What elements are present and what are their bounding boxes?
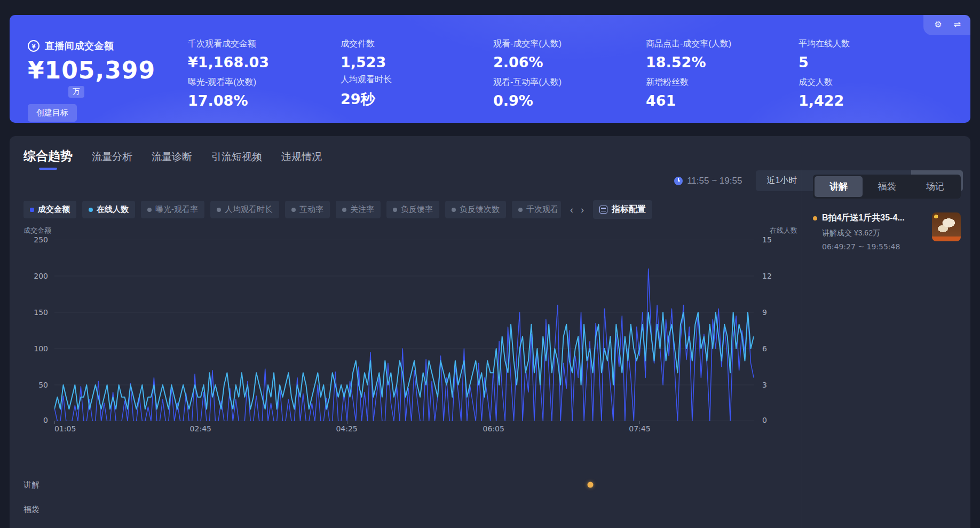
legend-marker <box>89 208 93 212</box>
product-thumbnail <box>932 212 961 241</box>
legend-marker <box>291 208 296 212</box>
stat-avg-online-users: 平均在线人数 5 <box>799 38 946 70</box>
range-1h-button[interactable]: 近1小时 <box>756 170 808 191</box>
stat-gmv-per-1k-views: 千次观看成交金额 ¥1,168.03 <box>188 38 335 70</box>
tab-violations[interactable]: 违规情况 <box>281 150 322 169</box>
stat-buyers: 成交人数 1,422 <box>799 77 946 109</box>
trend-chart-svg <box>54 240 754 421</box>
gear-icon[interactable]: ⚙ <box>934 20 942 29</box>
config-icon <box>599 206 607 214</box>
legend-marker <box>452 208 456 212</box>
item-time-range: 06:49:27 ~ 19:55:48 <box>822 242 927 251</box>
create-goal-button[interactable]: 创建目标 <box>28 104 77 122</box>
main-metric-value: ¥105,399 <box>28 57 188 84</box>
metric-legend: 成交金额 在线人数 曝光-观看率 人均观看时长 互动率 关注率 负反馈率 负反馈… <box>23 200 652 219</box>
x-axis-labels: 01:05 02:45 04:25 06:05 07:45 <box>54 421 754 434</box>
event-timeline: 讲解 福袋 <box>23 472 799 522</box>
legend-marker <box>30 208 34 212</box>
chip-negative-feedback-count[interactable]: 负反馈次数 <box>445 201 506 218</box>
hero-metrics-card: ¥ 直播间成交金额 ¥105,399 万 创建目标 千次观看成交金额 ¥1,16… <box>10 15 970 123</box>
hero-corner-actions: ⚙ ⇌ <box>923 15 970 35</box>
trend-chart: 成交金额 在线人数 250 200 150 100 50 0 <box>23 226 799 522</box>
metric-config-button[interactable]: 指标配置 <box>593 200 652 219</box>
explain-item[interactable]: B拍4斤送1斤共35-4... 讲解成交 ¥3.62万 06:49:27 ~ 1… <box>813 212 961 251</box>
item-bullet-dot <box>813 216 817 220</box>
right-axis-ticks: 15 12 9 6 3 0 <box>754 240 799 421</box>
chart-plot-area[interactable] <box>54 240 754 421</box>
session-side-panel: 讲解 福袋 场记 B拍4斤送1斤共35-4... 讲解成交 ¥3.62万 06:… <box>802 169 970 528</box>
stat-items-sold: 成交件数 1,523 <box>341 38 488 70</box>
item-gmv: 讲解成交 ¥3.62万 <box>822 228 927 238</box>
time-range-display[interactable]: 11:55 ~ 19:55 <box>674 176 742 186</box>
legend-marker <box>518 208 523 212</box>
time-range-text: 11:55 ~ 19:55 <box>687 176 742 186</box>
tab-overall-trend[interactable]: 综合趋势 <box>23 148 73 170</box>
clock-icon <box>674 177 683 185</box>
explain-timeline-row: 讲解 <box>23 472 799 497</box>
chip-per-1k-views[interactable]: 千次观看 <box>512 201 561 218</box>
chip-next-icon[interactable]: › <box>581 205 584 215</box>
item-title: B拍4斤送1斤共35-4... <box>822 212 927 224</box>
legend-marker <box>393 208 397 212</box>
panel-tabs: 综合趋势 流量分析 流量诊断 引流短视频 违规情况 <box>23 148 322 170</box>
chip-pager: ‹ › <box>570 205 584 215</box>
stat-click-conversion-rate: 商品点击-成交率(人数) 18.52% <box>646 38 793 70</box>
legend-marker <box>147 208 152 212</box>
swap-icon[interactable]: ⇌ <box>954 20 961 29</box>
chip-prev-icon[interactable]: ‹ <box>570 205 573 215</box>
chip-follow-rate[interactable]: 关注率 <box>336 201 381 218</box>
legend-marker <box>217 208 221 212</box>
chip-interaction-rate[interactable]: 互动率 <box>285 201 330 218</box>
explain-event-dot[interactable] <box>587 482 593 488</box>
lucky-bag-timeline-row: 福袋 <box>23 497 799 522</box>
stat-avg-watch-time: 人均观看时长 29秒 <box>341 74 488 109</box>
dashboard-page: ¥ 直播间成交金额 ¥105,399 万 创建目标 千次观看成交金额 ¥1,16… <box>0 0 980 528</box>
chip-online-users[interactable]: 在线人数 <box>82 201 135 218</box>
main-metric: ¥ 直播间成交金额 ¥105,399 万 创建目标 <box>28 40 188 122</box>
main-metric-label: 直播间成交金额 <box>45 40 114 52</box>
chip-exposure-view-rate[interactable]: 曝光-观看率 <box>141 201 204 218</box>
left-axis-ticks: 250 200 150 100 50 0 <box>23 240 54 421</box>
tab-short-video[interactable]: 引流短视频 <box>211 150 262 169</box>
side-tab-log[interactable]: 场记 <box>911 176 959 197</box>
side-panel-tabs: 讲解 福袋 场记 <box>813 175 961 199</box>
stat-view-conversion-rate: 观看-成交率(人数) 2.06% <box>493 38 641 70</box>
side-tab-lucky-bag[interactable]: 福袋 <box>863 176 911 197</box>
chip-gmv[interactable]: 成交金额 <box>23 201 76 218</box>
side-tab-explain[interactable]: 讲解 <box>815 176 863 197</box>
currency-icon: ¥ <box>28 40 39 52</box>
tab-traffic-analysis[interactable]: 流量分析 <box>92 150 132 169</box>
stat-exposure-view-rate: 曝光-观看率(次数) 17.08% <box>188 77 335 109</box>
chip-avg-watch-time[interactable]: 人均观看时长 <box>210 201 279 218</box>
main-metric-unit-badge: 万 <box>68 86 84 98</box>
stat-view-interaction-rate: 观看-互动率(人数) 0.9% <box>493 77 641 109</box>
chip-negative-feedback-rate[interactable]: 负反馈率 <box>386 201 439 218</box>
hero-stats-grid: 千次观看成交金额 ¥1,168.03 曝光-观看率(次数) 17.08% 成交件… <box>188 38 946 109</box>
tab-traffic-diagnosis[interactable]: 流量诊断 <box>152 150 192 169</box>
right-axis-title: 在线人数 <box>754 226 799 240</box>
stat-new-followers: 新增粉丝数 461 <box>646 77 793 109</box>
trend-panel: 综合趋势 流量分析 流量诊断 引流短视频 违规情况 11:55 ~ 19:55 … <box>10 136 970 528</box>
legend-marker <box>342 208 346 212</box>
